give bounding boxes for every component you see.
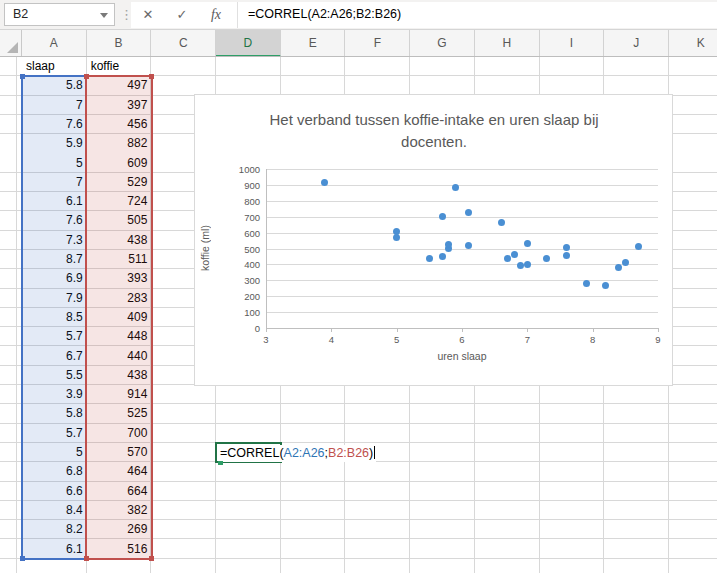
y-tick-label: 600 bbox=[226, 228, 260, 239]
x-tick-label: 5 bbox=[382, 334, 412, 345]
chart[interactable]: Het verband tussen koffie-intake en uren… bbox=[194, 94, 673, 386]
formula-segment: =CORREL( bbox=[220, 446, 284, 460]
fill-handle[interactable] bbox=[218, 461, 223, 465]
y-tick-label: 0 bbox=[226, 323, 260, 334]
x-tick bbox=[397, 328, 398, 332]
data-point[interactable] bbox=[524, 240, 531, 247]
range-border-a2-a26 bbox=[21, 75, 88, 560]
x-tick bbox=[593, 328, 594, 332]
y-tick-label: 100 bbox=[226, 307, 260, 318]
insert-function-icon[interactable]: fx bbox=[201, 2, 231, 28]
y-tick-label: 300 bbox=[226, 275, 260, 286]
data-point[interactable] bbox=[563, 252, 570, 259]
range-handle[interactable] bbox=[149, 556, 154, 561]
cancel-icon[interactable]: ✕ bbox=[133, 2, 163, 28]
y-gridline bbox=[266, 249, 658, 250]
range-handle[interactable] bbox=[84, 556, 89, 561]
data-point[interactable] bbox=[543, 255, 550, 262]
select-all-button[interactable] bbox=[0, 30, 22, 56]
y-tick-label: 900 bbox=[226, 180, 260, 191]
cell-B1[interactable]: koffie bbox=[87, 57, 152, 76]
y-tick-label: 400 bbox=[226, 259, 260, 270]
column-header-H[interactable]: H bbox=[475, 30, 540, 56]
data-point[interactable] bbox=[517, 262, 524, 269]
y-gridline bbox=[266, 201, 658, 202]
name-box[interactable]: B2 bbox=[4, 3, 115, 26]
x-tick-label: 9 bbox=[643, 334, 673, 345]
x-tick-label: 3 bbox=[251, 334, 281, 345]
enter-icon[interactable]: ✓ bbox=[167, 2, 197, 28]
data-point[interactable] bbox=[504, 255, 511, 262]
select-all-icon bbox=[7, 42, 18, 53]
column-header-K[interactable]: K bbox=[669, 30, 717, 56]
cell-A1[interactable]: slaap bbox=[22, 57, 87, 76]
data-point[interactable] bbox=[465, 209, 472, 216]
y-gridline bbox=[266, 169, 658, 170]
formula-input[interactable]: =CORREL(A2:A26;B2:B26) bbox=[237, 2, 717, 28]
column-headers: ABCDEFGHIJK bbox=[0, 30, 717, 57]
column-header-D[interactable]: D bbox=[216, 30, 281, 57]
range-handle[interactable] bbox=[20, 556, 25, 561]
column-header-I[interactable]: I bbox=[540, 30, 605, 56]
x-tick-label: 8 bbox=[578, 334, 608, 345]
y-tick-label: 500 bbox=[226, 244, 260, 255]
x-tick bbox=[266, 328, 267, 332]
x-tick bbox=[462, 328, 463, 332]
data-point[interactable] bbox=[452, 184, 459, 191]
y-tick-label: 200 bbox=[226, 291, 260, 302]
y-tick-label: 1000 bbox=[226, 164, 260, 175]
data-point[interactable] bbox=[622, 259, 629, 266]
range-border-b2-b26 bbox=[85, 75, 153, 560]
y-gridline bbox=[266, 264, 658, 265]
range-handle[interactable] bbox=[149, 74, 154, 79]
column-header-A[interactable]: A bbox=[22, 30, 87, 56]
data-point[interactable] bbox=[393, 234, 400, 241]
column-header-F[interactable]: F bbox=[346, 30, 411, 56]
formula-segment: A2:A26 bbox=[284, 446, 325, 460]
text-caret bbox=[374, 446, 375, 459]
y-gridline bbox=[266, 312, 658, 313]
range-handle[interactable] bbox=[84, 74, 89, 79]
x-tick-label: 6 bbox=[447, 334, 477, 345]
x-tick-label: 7 bbox=[512, 334, 542, 345]
x-tick bbox=[527, 328, 528, 332]
column-header-J[interactable]: J bbox=[604, 30, 669, 56]
y-gridline bbox=[266, 280, 658, 281]
data-point[interactable] bbox=[439, 213, 446, 220]
data-point[interactable] bbox=[563, 244, 570, 251]
data-point[interactable] bbox=[615, 264, 622, 271]
formula-bar-strip: B2 ⋮ ✕ ✓ fx =CORREL(A2:A26;B2:B26) bbox=[0, 0, 717, 30]
formula-segment: ) bbox=[369, 446, 373, 460]
active-cell-edit-border[interactable]: =CORREL(A2:A26;B2:B26) bbox=[215, 442, 282, 463]
y-tick-label: 700 bbox=[226, 212, 260, 223]
y-tick-label: 800 bbox=[226, 196, 260, 207]
y-gridline bbox=[266, 217, 658, 218]
data-point[interactable] bbox=[511, 251, 518, 258]
excel-window: B2 ⋮ ✕ ✓ fx =CORREL(A2:A26;B2:B26) ABCDE… bbox=[0, 0, 717, 573]
y-axis-line bbox=[266, 169, 267, 328]
x-tick bbox=[658, 328, 659, 332]
name-box-dropdown-icon[interactable] bbox=[100, 13, 108, 18]
data-point[interactable] bbox=[602, 282, 609, 289]
column-header-G[interactable]: G bbox=[410, 30, 475, 56]
formula-segment: B2:B26 bbox=[328, 446, 369, 460]
data-point[interactable] bbox=[426, 255, 433, 262]
y-gridline bbox=[266, 296, 658, 297]
x-tick bbox=[331, 328, 332, 332]
data-point[interactable] bbox=[583, 280, 590, 287]
y-gridline bbox=[266, 233, 658, 234]
x-axis-title: uren slaap bbox=[266, 350, 658, 362]
x-tick-label: 4 bbox=[316, 334, 346, 345]
data-point[interactable] bbox=[498, 219, 505, 226]
cell-formula-text[interactable]: =CORREL(A2:A26;B2:B26) bbox=[219, 445, 376, 462]
column-header-B[interactable]: B bbox=[87, 30, 152, 56]
chart-title: Het verband tussen koffie-intake en uren… bbox=[249, 109, 619, 153]
column-header-E[interactable]: E bbox=[281, 30, 346, 56]
y-axis-title: koffie (ml) bbox=[199, 169, 211, 328]
formula-buttons: ✕ ✓ fx bbox=[131, 2, 237, 28]
data-point[interactable] bbox=[524, 261, 531, 268]
data-point[interactable] bbox=[439, 253, 446, 260]
name-box-value: B2 bbox=[13, 7, 28, 21]
column-header-C[interactable]: C bbox=[151, 30, 216, 56]
range-handle[interactable] bbox=[20, 74, 25, 79]
